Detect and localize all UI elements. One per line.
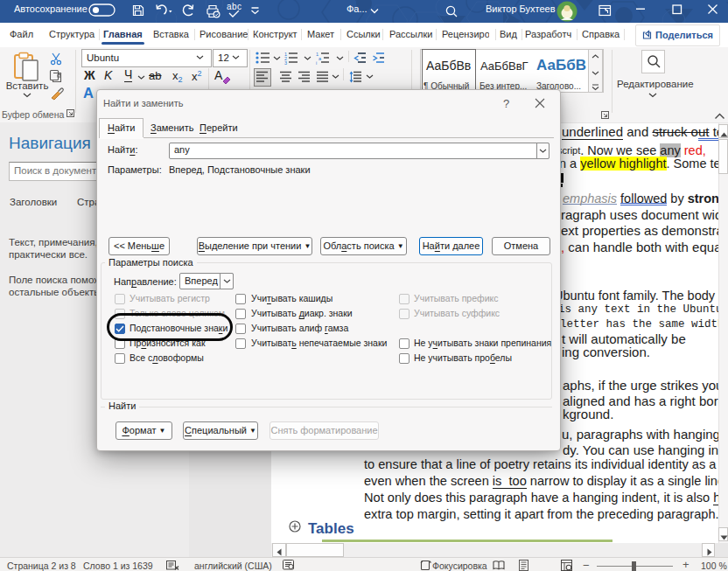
svg-text:i: i — [316, 60, 317, 66]
svg-text:3: 3 — [284, 60, 287, 66]
svg-text:a: a — [318, 56, 322, 61]
